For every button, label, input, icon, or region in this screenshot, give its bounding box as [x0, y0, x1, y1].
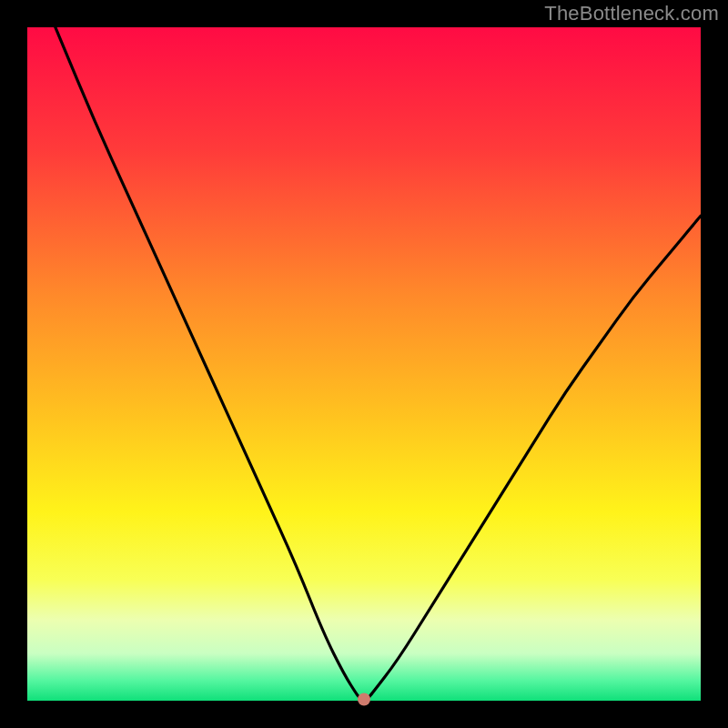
- plot-background: [27, 27, 701, 701]
- chart-container: TheBottleneck.com: [0, 0, 728, 728]
- chart-svg: [0, 0, 728, 728]
- vertex-marker: [358, 693, 370, 706]
- watermark-text: TheBottleneck.com: [544, 2, 719, 25]
